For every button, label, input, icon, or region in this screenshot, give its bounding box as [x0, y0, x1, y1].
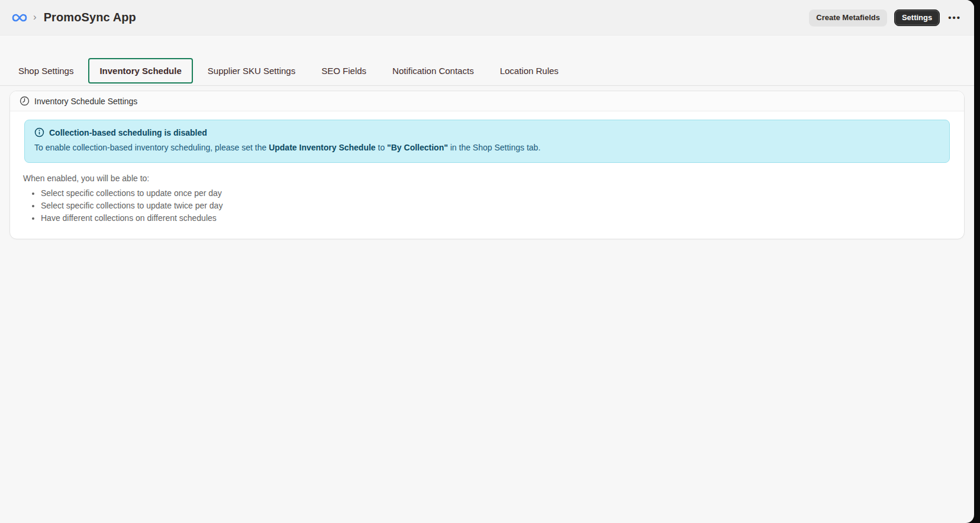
tab-notification-contacts[interactable]: Notification Contacts [381, 58, 485, 84]
tabs-divider [0, 85, 974, 86]
clock-icon [20, 96, 30, 106]
info-icon [34, 127, 44, 137]
tab-shop-settings[interactable]: Shop Settings [7, 58, 85, 84]
tab-location-rules[interactable]: Location Rules [489, 58, 570, 84]
banner-title: Collection-based scheduling is disabled [49, 128, 207, 137]
benefit-item: Select specific collections to update on… [41, 187, 955, 200]
banner-description: To enable collection-based inventory sch… [34, 142, 940, 154]
banner-desc-text: in the Shop Settings tab. [448, 143, 540, 152]
banner-desc-text: To enable collection-based inventory sch… [34, 143, 269, 152]
banner-desc-text: to [376, 143, 387, 152]
more-options-icon[interactable]: ••• [947, 11, 962, 24]
card-header-title: Inventory Schedule Settings [34, 97, 137, 106]
benefits-intro: When enabled, you will be able to: [20, 174, 955, 183]
top-bar-actions: Create Metafields Settings ••• [809, 9, 962, 26]
tab-supplier-sku-settings[interactable]: Supplier SKU Settings [196, 58, 307, 84]
card-header: Inventory Schedule Settings [10, 91, 964, 111]
tab-seo-fields[interactable]: SEO Fields [310, 58, 378, 84]
inventory-schedule-card: Inventory Schedule Settings Collection-b… [9, 91, 965, 239]
tab-bar: Shop Settings Inventory Schedule Supplie… [7, 58, 967, 84]
infinity-app-icon [12, 13, 27, 23]
create-metafields-button[interactable]: Create Metafields [809, 9, 887, 26]
benefit-item: Have different collections on different … [41, 212, 955, 224]
tab-inventory-schedule[interactable]: Inventory Schedule [88, 58, 192, 84]
info-banner: Collection-based scheduling is disabled … [24, 120, 950, 163]
app-window: › PromoSync App Create Metafields Settin… [0, 0, 974, 523]
page-title: PromoSync App [44, 11, 136, 24]
banner-title-row: Collection-based scheduling is disabled [34, 127, 940, 137]
banner-desc-bold-setting: Update Inventory Schedule [269, 143, 375, 152]
benefit-item: Select specific collections to update tw… [41, 200, 955, 212]
card-body: Collection-based scheduling is disabled … [10, 111, 964, 239]
banner-desc-bold-value: "By Collection" [387, 143, 448, 152]
top-bar: › PromoSync App Create Metafields Settin… [0, 0, 974, 36]
benefits-list: Select specific collections to update on… [20, 187, 955, 224]
settings-button[interactable]: Settings [894, 9, 940, 26]
breadcrumb-chevron: › [33, 11, 37, 23]
